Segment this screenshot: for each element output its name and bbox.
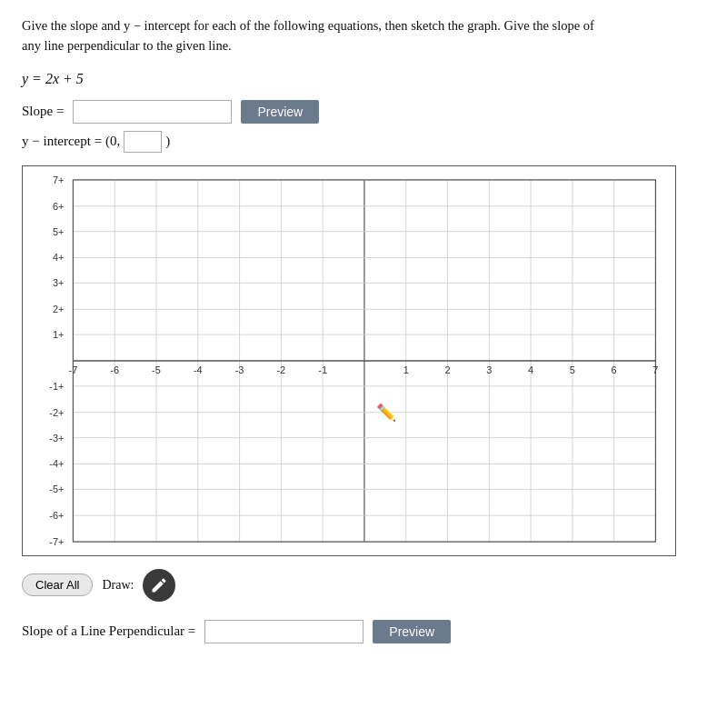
- svg-text:2+: 2+: [53, 304, 64, 314]
- svg-text:4: 4: [528, 364, 533, 374]
- intercept-input[interactable]: [124, 131, 162, 153]
- svg-text:-5+: -5+: [49, 484, 64, 494]
- instructions-line1: Give the slope and y − intercept for eac…: [22, 18, 594, 33]
- svg-text:1+: 1+: [53, 329, 64, 340]
- svg-text:-2: -2: [276, 364, 285, 374]
- svg-text:-4+: -4+: [49, 458, 64, 469]
- svg-text:-1: -1: [318, 364, 327, 374]
- svg-text:3: 3: [486, 364, 492, 374]
- controls-row: Clear All Draw:: [22, 569, 705, 602]
- svg-text:✏️: ✏️: [376, 402, 397, 422]
- perpendicular-row: Slope of a Line Perpendicular = Preview: [22, 620, 705, 643]
- svg-text:5+: 5+: [53, 225, 64, 236]
- svg-text:3+: 3+: [53, 277, 64, 288]
- svg-text:-2+: -2+: [49, 406, 64, 417]
- svg-text:-7: -7: [69, 364, 78, 374]
- intercept-label-suffix: ): [165, 134, 170, 149]
- draw-label: Draw:: [102, 578, 134, 593]
- svg-text:-5: -5: [152, 364, 161, 374]
- perpendicular-preview-button[interactable]: Preview: [373, 620, 451, 643]
- intercept-label-prefix: y − intercept = (0,: [22, 134, 120, 149]
- svg-text:6: 6: [612, 364, 617, 374]
- perpendicular-label: Slope of a Line Perpendicular =: [22, 623, 195, 639]
- clear-all-button[interactable]: Clear All: [22, 573, 93, 596]
- svg-text:2: 2: [444, 364, 450, 374]
- slope-input[interactable]: [73, 100, 232, 124]
- instructions-line2: any line perpendicular to the given line…: [22, 38, 232, 53]
- svg-text:4+: 4+: [53, 252, 64, 263]
- graph-container[interactable]: .grid-line { stroke: #ccc; stroke-width:…: [22, 165, 676, 556]
- svg-text:-6: -6: [110, 364, 119, 374]
- svg-text:7+: 7+: [53, 174, 64, 184]
- graph-svg: .grid-line { stroke: #ccc; stroke-width:…: [23, 166, 675, 555]
- perpendicular-input[interactable]: [204, 620, 364, 643]
- svg-text:-6+: -6+: [49, 510, 64, 521]
- svg-text:7: 7: [652, 364, 658, 374]
- svg-text:-1+: -1+: [49, 380, 64, 391]
- slope-row: Slope = Preview: [22, 100, 705, 124]
- svg-text:-3: -3: [235, 364, 244, 374]
- svg-text:-7+: -7+: [49, 536, 64, 547]
- svg-text:6+: 6+: [53, 200, 64, 211]
- intercept-row: y − intercept = (0, ): [22, 131, 705, 153]
- preview-button[interactable]: Preview: [241, 100, 319, 124]
- svg-text:-4: -4: [194, 364, 203, 374]
- svg-text:1: 1: [403, 364, 409, 374]
- draw-icon-button[interactable]: [143, 569, 175, 602]
- slope-label: Slope =: [22, 104, 64, 119]
- svg-text:-3+: -3+: [49, 432, 64, 443]
- equation-display: y = 2x + 5: [22, 71, 705, 87]
- svg-text:5: 5: [570, 364, 575, 374]
- instructions: Give the slope and y − intercept for eac…: [22, 16, 705, 56]
